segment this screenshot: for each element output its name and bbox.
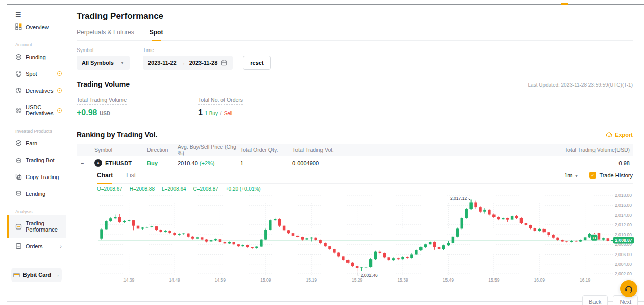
svg-text:2,016.00: 2,016.00 [615, 202, 632, 208]
ohlc-legend: O=2008.67 H=2008.88 L=2008.64 C=2008.87 … [97, 186, 633, 192]
symbol-label: Symbol [77, 47, 130, 53]
tab-chart[interactable]: Chart [97, 172, 113, 179]
cell-avg-price: 2010.40 [178, 160, 198, 166]
orders-separator: / [220, 111, 221, 116]
ranking-header: Ranking by Trading Vol. Export [77, 131, 633, 139]
orders-sell-count: Sell -- [224, 111, 237, 116]
arrow-right-icon: → [54, 272, 60, 278]
svg-text:15:39: 15:39 [397, 277, 408, 283]
tab-list[interactable]: List [126, 172, 136, 179]
svg-text:16:09: 16:09 [534, 277, 546, 283]
copy-icon [15, 173, 22, 180]
chevron-down-icon: ▼ [574, 174, 578, 179]
eth-icon: ♦ [94, 159, 102, 167]
svg-text:2,012.00: 2,012.00 [615, 222, 632, 227]
cell-chg: (+2%) [200, 160, 215, 166]
svg-text:2,002.46: 2,002.46 [361, 273, 378, 278]
tab-perpetuals-futures[interactable]: Perpetuals & Futures [77, 29, 134, 40]
ranking-table: Symbol Direction Avg. Buy/Sell Price (Ch… [77, 144, 633, 291]
upgrade-ring-icon [57, 71, 62, 76]
checkbox-checked-icon[interactable]: ✓ [589, 172, 596, 179]
upgrade-ring-icon [57, 88, 62, 93]
back-button[interactable]: Back [582, 295, 608, 305]
ohlc-change: +0.20 (+0.01%) [226, 186, 261, 192]
svg-text:15:09: 15:09 [260, 277, 271, 283]
interval-select[interactable]: 1m▼ [564, 172, 578, 179]
svg-text:2,006.00: 2,006.00 [615, 252, 632, 257]
export-button[interactable]: Export [606, 132, 633, 138]
svg-text:15:29: 15:29 [352, 277, 363, 283]
svg-text:16:19: 16:19 [580, 277, 591, 283]
svg-text:14:49: 14:49 [169, 277, 180, 283]
sidebar-item-lending[interactable]: Lending [7, 185, 66, 202]
col-avg-price: Avg. Buy/Sell Price (Chg %) [178, 144, 240, 156]
total-trading-volume-unit: USD [100, 111, 110, 116]
headset-icon [624, 284, 633, 293]
tab-spot[interactable]: Spot [150, 29, 163, 40]
total-trading-volume-metric: Total Trading Volume +0.98 USD [77, 95, 198, 117]
col-trading-volume-usd: Total Trading Volume(USD) [362, 147, 633, 153]
sidebar-item-overview[interactable]: Overview [7, 18, 66, 35]
cell-direction: Buy [147, 160, 178, 166]
svg-text:14:59: 14:59 [215, 277, 226, 283]
sidebar-item-trading-performance[interactable]: Trading Performance [7, 215, 66, 238]
trade-history-toggle[interactable]: ✓ Trade History [589, 172, 633, 179]
main-content: Trading Performance Perpetuals & Futures… [67, 5, 644, 301]
sidebar-item-spot[interactable]: Spot [7, 65, 66, 82]
total-orders-label[interactable]: Total No. of Orders [198, 97, 243, 105]
market-type-tabs: Perpetuals & Futures Spot [77, 29, 633, 41]
svg-text:2,004.00: 2,004.00 [615, 262, 632, 267]
trade-history-label: Trade History [599, 172, 633, 179]
expanded-chart-panel: Chart List 1m▼ ✓ Trade History O=2008.67… [97, 170, 633, 291]
svg-text:2,018.00: 2,018.00 [615, 193, 632, 198]
sidebar-item-trading-bot[interactable]: Trading Bot [7, 151, 66, 168]
trading-volume-title: Trading Volume [77, 80, 130, 88]
svg-text:2,014.00: 2,014.00 [615, 213, 632, 218]
time-filter-group: Time 2023-11-22 → 2023-11-28 [143, 47, 233, 70]
sidebar-section-analysis: Analysis [7, 202, 66, 215]
sidebar-item-label: Overview [26, 24, 49, 30]
sidebar-item-funding[interactable]: Funding [7, 48, 66, 65]
chevron-down-icon: ▼ [120, 61, 125, 65]
total-trading-volume-label[interactable]: Total Trading Volume [77, 97, 127, 105]
trading-volume-header: Trading Volume Last Updated: 2023-11-28 … [77, 80, 633, 88]
arrow-right-icon: → [180, 60, 186, 66]
bybit-card-button[interactable]: Bybit Card → [11, 268, 62, 282]
date-from: 2023-11-22 [148, 60, 177, 66]
card-icon [13, 272, 20, 278]
date-range-picker[interactable]: 2023-11-22 → 2023-11-28 [143, 56, 233, 70]
sidebar-collapse-icon[interactable]: ☰ [7, 5, 66, 18]
coin-icon [15, 54, 22, 60]
sidebar-item-orders[interactable]: Orders › [7, 238, 66, 255]
export-cloud-icon [606, 132, 612, 138]
robot-icon [15, 157, 22, 163]
sidebar-item-earn[interactable]: Earn [7, 135, 66, 151]
sidebar-item-usdc-derivatives[interactable]: USDC Derivatives [7, 99, 66, 121]
filter-bar: Symbol All Symbols ▼ Time 2023-11-22 → 2… [77, 47, 633, 70]
cell-vol: 0.0004900 [292, 160, 362, 166]
reset-button[interactable]: reset [243, 56, 270, 70]
last-updated: Last Updated: 2023-11-28 23:59:59(UTC)(T… [528, 82, 633, 88]
col-order-qty: Total Order Qty. [240, 147, 292, 153]
pie-icon [15, 87, 22, 94]
sidebar-item-derivatives[interactable]: Derivatives [7, 82, 66, 99]
sidebar-section-account: Account [7, 35, 66, 48]
svg-text:2,010.00: 2,010.00 [615, 232, 632, 237]
candlestick-chart[interactable]: 2,018.002,016.002,014.002,012.002,010.00… [97, 193, 634, 285]
metrics-row: Total Trading Volume +0.98 USD Total No.… [77, 95, 633, 117]
table-row-ethusdt[interactable]: − ♦ETHUSDT Buy 2010.40 (+2%) 1 0.0004900… [77, 156, 633, 170]
usdc-icon [15, 107, 22, 114]
sidebar-item-copy-trading[interactable]: Copy Trading [7, 168, 66, 185]
collapse-row-icon[interactable]: − [81, 160, 84, 166]
total-orders-metric: Total No. of Orders 1 1 Buy / Sell -- [198, 95, 319, 117]
table-header-row: Symbol Direction Avg. Buy/Sell Price (Ch… [77, 144, 633, 156]
support-chat-button[interactable] [620, 280, 637, 297]
calendar-icon [221, 60, 228, 66]
cell-usd: 0.98 [362, 160, 633, 166]
chart-doc-icon [15, 223, 22, 230]
sidebar: ☰ Overview Account Funding Spot Derivati… [7, 5, 66, 301]
col-trading-vol: Total Trading Vol. [292, 147, 362, 153]
chart-list-tabs: Chart List 1m▼ ✓ Trade History [97, 170, 633, 184]
symbol-select[interactable]: All Symbols ▼ [77, 56, 130, 70]
coins-icon [15, 190, 22, 197]
